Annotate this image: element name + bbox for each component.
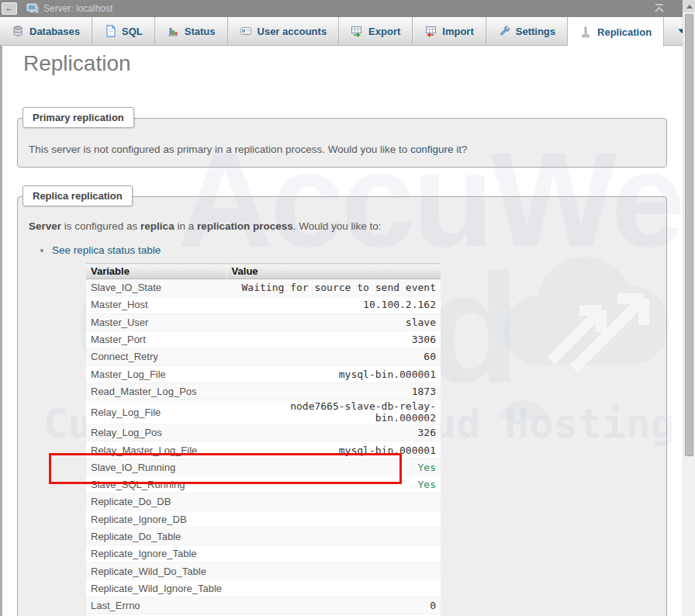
table-row: Slave_IO_StateWaiting for source to send… bbox=[86, 279, 441, 296]
tab-user-accounts[interactable]: User accounts bbox=[228, 17, 340, 45]
table-row: Master_Userslave bbox=[86, 313, 441, 330]
variable-cell: Relay_Log_File bbox=[86, 400, 226, 424]
tab-label: Replication bbox=[597, 26, 652, 38]
value-cell bbox=[226, 545, 441, 562]
value-cell: 3306 bbox=[226, 330, 441, 348]
replica-intro-segment: . Would you like to: bbox=[293, 220, 382, 232]
table-row: Master_Host10.100.2.162 bbox=[86, 296, 441, 313]
value-cell bbox=[226, 510, 441, 528]
variable-cell: Master_User bbox=[86, 313, 226, 330]
replica-intro-segment: in a bbox=[175, 220, 197, 232]
scroll-to-top-icon[interactable] bbox=[653, 3, 666, 14]
replica-intro-segment: is configured as bbox=[61, 220, 140, 232]
value-cell: node7665-slave-db-relay-bin.000002 bbox=[226, 400, 441, 424]
replica-actions-list: See replica status table Variable Value … bbox=[18, 244, 666, 616]
server-icon bbox=[26, 3, 39, 14]
variable-cell: Slave_IO_State bbox=[86, 279, 226, 296]
replica-replication-fieldset: Replica replication Server is configured… bbox=[17, 196, 667, 616]
see-replica-status-link[interactable]: See replica status table bbox=[52, 244, 161, 256]
table-row: Relay_Master_Log_Filemysql-bin.000001 bbox=[86, 441, 441, 459]
tab-settings[interactable]: Settings bbox=[486, 17, 568, 45]
page-title: Replication bbox=[23, 51, 131, 76]
server-tabbar: DatabasesSQLStatusUser accountsExportImp… bbox=[0, 17, 683, 46]
table-row: Replicate_Ignore_Table bbox=[86, 545, 441, 562]
variable-cell: Relay_Log_Pos bbox=[86, 424, 226, 441]
value-cell bbox=[226, 528, 441, 545]
replica-intro-segment: replica bbox=[140, 220, 175, 232]
table-row: Relay_Log_Filenode7665-slave-db-relay-bi… bbox=[86, 400, 441, 424]
value-cell: slave bbox=[226, 313, 441, 330]
value-cell: Yes bbox=[226, 476, 441, 493]
primary-text-after: it? bbox=[454, 144, 468, 155]
primary-replication-fieldset: Primary replication This server is not c… bbox=[17, 118, 667, 168]
table-row-highlighted: Slave_SQL_RunningYes bbox=[86, 476, 441, 493]
replica-status-table: Variable Value Slave_IO_StateWaiting for… bbox=[86, 263, 441, 616]
variable-cell: Master_Host bbox=[86, 296, 226, 313]
table-row: Replicate_Ignore_DB bbox=[86, 510, 441, 528]
tab-label: Export bbox=[368, 26, 400, 37]
value-cell: 1873 bbox=[226, 382, 441, 400]
phpmyadmin-screen: AccuWeb Cloud Cutting Edge Cloud Hosting… bbox=[0, 0, 695, 616]
tab-databases[interactable]: Databases bbox=[0, 17, 92, 45]
panel-resizer[interactable] bbox=[0, 46, 2, 616]
column-header-value: Value bbox=[226, 264, 441, 279]
replica-intro-segment: Server bbox=[29, 220, 61, 232]
export-icon bbox=[351, 25, 363, 37]
value-cell: Waiting for source to send event bbox=[226, 279, 441, 296]
variable-cell: Slave_SQL_Running bbox=[86, 476, 226, 493]
variable-cell: Replicate_Do_DB bbox=[86, 493, 226, 510]
variable-cell: Master_Port bbox=[86, 330, 226, 348]
replica-intro-segment: replication process bbox=[197, 220, 293, 232]
import-icon bbox=[424, 25, 437, 37]
table-row: Master_Port3306 bbox=[86, 330, 441, 348]
server-breadcrumb: Server: localhost bbox=[43, 3, 112, 14]
variable-cell: Master_Log_File bbox=[86, 365, 226, 382]
variable-cell: Replicate_Ignore_DB bbox=[86, 510, 226, 528]
tab-import[interactable]: Import bbox=[413, 17, 486, 45]
table-row: Relay_Log_Pos326 bbox=[86, 424, 441, 441]
variable-cell: Connect_Retry bbox=[86, 348, 226, 365]
scroll-up-arrow-icon bbox=[686, 5, 693, 9]
status-icon bbox=[167, 25, 179, 37]
back-button[interactable]: ← bbox=[2, 2, 17, 15]
value-cell: mysql-bin.000001 bbox=[226, 365, 441, 382]
tab-label: Databases bbox=[29, 26, 80, 37]
tab-label: Import bbox=[442, 26, 473, 37]
vertical-scrollbar[interactable] bbox=[683, 0, 695, 616]
list-item: See replica status table Variable Value … bbox=[52, 244, 666, 616]
variable-cell: Replicate_Ignore_Table bbox=[86, 545, 226, 562]
variable-cell: Replicate_Wild_Do_Table bbox=[86, 562, 226, 580]
table-row: Connect_Retry60 bbox=[86, 348, 441, 365]
sql-icon bbox=[104, 25, 116, 37]
window-titlebar: ← Server: localhost bbox=[0, 0, 683, 17]
variable-cell: Replicate_Do_Table bbox=[86, 528, 226, 545]
value-cell bbox=[226, 562, 441, 580]
tab-replication[interactable]: Replication bbox=[568, 17, 664, 47]
tab-export[interactable]: Export bbox=[339, 17, 413, 45]
tab-label: Status bbox=[185, 26, 216, 37]
table-row: Read_Master_Log_Pos1873 bbox=[86, 382, 441, 400]
scrollbar-thumb[interactable] bbox=[685, 14, 693, 456]
configure-link[interactable]: configure bbox=[410, 144, 454, 155]
tab-label: Settings bbox=[516, 26, 555, 37]
tab-label: SQL bbox=[122, 26, 143, 37]
scroll-up-button[interactable] bbox=[683, 0, 695, 12]
tab-status[interactable]: Status bbox=[155, 17, 228, 45]
variable-cell: Relay_Master_Log_File bbox=[86, 441, 226, 459]
primary-text-before: This server is not configured as primary… bbox=[29, 144, 410, 155]
value-cell bbox=[226, 580, 441, 597]
value-cell: 10.100.2.162 bbox=[226, 296, 441, 313]
tab-sql[interactable]: SQL bbox=[92, 17, 155, 45]
replica-replication-legend: Replica replication bbox=[22, 185, 133, 206]
table-row: Master_Log_Filemysql-bin.000001 bbox=[86, 365, 441, 382]
value-cell: 0 bbox=[226, 597, 441, 614]
table-row: Replicate_Wild_Ignore_Table bbox=[86, 580, 441, 597]
table-row: Replicate_Wild_Do_Table bbox=[86, 562, 441, 580]
databases-icon bbox=[12, 25, 24, 37]
table-row: Last_Errno0 bbox=[86, 597, 441, 614]
variable-cell: Read_Master_Log_Pos bbox=[86, 382, 226, 400]
value-cell: mysql-bin.000001 bbox=[226, 441, 441, 459]
value-cell: 60 bbox=[226, 348, 441, 365]
column-header-variable: Variable bbox=[86, 264, 226, 279]
variable-cell: Replicate_Wild_Ignore_Table bbox=[86, 580, 226, 597]
